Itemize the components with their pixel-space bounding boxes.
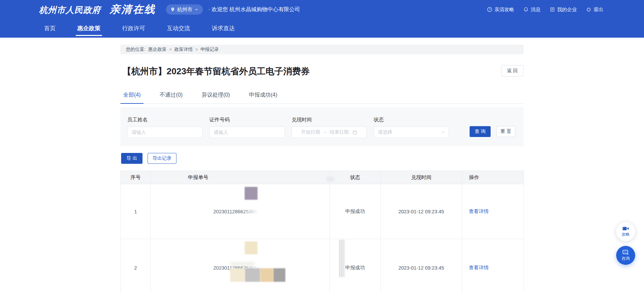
employee-name-label: 员工姓名 <box>127 117 209 123</box>
tab-all[interactable]: 全部(4) <box>123 92 141 103</box>
redeem-time-cell: 2023-01-12 09:23:45 <box>381 239 462 293</box>
breadcrumb-item-declare-records: 申报记录 <box>201 46 219 53</box>
city-selector[interactable]: 杭州市 <box>166 4 203 15</box>
nav-item-home[interactable]: 首页 <box>44 19 56 38</box>
chat-bubble-icon <box>622 250 629 255</box>
city-label: 杭州市 <box>177 6 192 13</box>
breadcrumb-separator: > <box>169 47 172 52</box>
declare-no-value: 20230112866253656 <box>213 265 260 271</box>
redeem-time-field: 兑现时间 开始日期 ~ 结束日期 <box>291 117 374 146</box>
main-nav: 首页 惠企政策 行政许可 互动交流 诉求直达 <box>0 19 644 38</box>
nav-item-appeals[interactable]: 诉求直达 <box>212 19 235 38</box>
status-select-placeholder: 请选择 <box>378 129 392 135</box>
row-index: 1 <box>121 184 151 239</box>
status-field: 状态 请选择 <box>374 117 456 146</box>
guide-link[interactable]: ? 亲清攻略 <box>487 6 514 13</box>
breadcrumb: 您的位置: 惠企政策 > 政策详情 > 申报记录 <box>120 45 524 54</box>
tab-success[interactable]: 申报成功(4) <box>249 92 278 103</box>
page-title: 【杭州市】2023年春节留杭省外员工电子消费券 <box>122 65 310 77</box>
logo-brand-text: 亲清在线 <box>110 2 156 17</box>
breadcrumb-item-policies[interactable]: 惠企政策 <box>148 46 167 53</box>
floating-consult-button[interactable]: 咨询 <box>616 246 635 265</box>
column-header-status: 状态 <box>330 171 381 184</box>
floating-guide-button[interactable]: 攻略 <box>616 222 635 241</box>
power-icon <box>586 7 591 12</box>
view-detail-link[interactable]: 查看详情 <box>469 209 489 214</box>
video-camera-icon <box>622 226 629 231</box>
export-button[interactable]: 导 出 <box>121 153 143 164</box>
status-cell: 申报成功 <box>330 239 381 293</box>
table-header-row: 序号 申报单号 状态 兑现时间 操作 <box>121 171 524 184</box>
table-row: 1 20230112866253656 申报成功 2023-01-12 09:2… <box>121 184 524 239</box>
nav-item-admin-permits[interactable]: 行政许可 <box>122 19 145 38</box>
main-content: 您的位置: 惠企政策 > 政策详情 > 申报记录 【杭州市】2023年春节留杭省… <box>120 45 524 293</box>
nav-item-interaction[interactable]: 互动交流 <box>167 19 190 38</box>
guide-link-label: 亲清攻略 <box>494 6 514 13</box>
welcome-text: · 欢迎您 杭州水晶城购物中心有限公司 <box>208 6 300 13</box>
breadcrumb-separator: > <box>195 47 198 52</box>
status-select[interactable]: 请选择 <box>374 126 449 138</box>
view-detail-link[interactable]: 查看详情 <box>469 265 489 270</box>
nav-item-policies[interactable]: 惠企政策 <box>77 19 100 38</box>
export-records-button[interactable]: 导出记录 <box>148 153 176 164</box>
messages-link-label: 消息 <box>531 6 541 13</box>
id-number-label: 证件号码 <box>209 117 291 123</box>
messages-link[interactable]: 消息 <box>523 6 541 13</box>
my-enterprise-link[interactable]: 我的企业 <box>550 6 577 13</box>
logout-link[interactable]: 退出 <box>586 6 603 13</box>
svg-text:?: ? <box>489 8 490 11</box>
header-row: 杭州市人民政府 亲清在线 杭州市 · 欢迎您 杭州水晶城购物中心有限公司 ? 亲… <box>0 0 644 19</box>
question-circle-icon: ? <box>487 7 492 12</box>
reset-button[interactable]: 重 置 <box>496 126 515 137</box>
bell-icon <box>523 7 529 12</box>
export-toolbar: 导 出 导出记录 <box>120 153 524 164</box>
column-header-declare-no: 申报单号 <box>151 171 330 184</box>
end-date-placeholder: 结束日期 <box>330 129 349 135</box>
column-header-action: 操作 <box>462 171 524 184</box>
action-cell: 查看详情 <box>462 184 524 239</box>
id-number-field: 证件号码 <box>209 117 291 146</box>
search-button[interactable]: 查 询 <box>470 126 491 137</box>
date-range-separator: ~ <box>323 130 326 135</box>
status-tabs: 全部(4) 不通过(0) 异议处理(0) 申报成功(4) <box>120 92 524 104</box>
status-cell: 申报成功 <box>330 184 381 239</box>
floating-consult-label: 咨询 <box>622 256 630 261</box>
action-cell: 查看详情 <box>462 239 524 293</box>
redeem-time-label: 兑现时间 <box>291 117 374 123</box>
breadcrumb-item-policy-detail[interactable]: 政策详情 <box>174 46 193 53</box>
back-button[interactable]: 返 回 <box>501 65 524 77</box>
employee-name-input[interactable] <box>127 126 203 138</box>
tab-objection[interactable]: 异议处理(0) <box>202 92 230 103</box>
top-header: 杭州市人民政府 亲清在线 杭州市 · 欢迎您 杭州水晶城购物中心有限公司 ? 亲… <box>0 0 644 38</box>
my-enterprise-link-label: 我的企业 <box>557 6 577 13</box>
start-date-placeholder: 开始日期 <box>301 129 320 135</box>
records-table-wrap: 序号 申报单号 状态 兑现时间 操作 1 20230112866253656 申… <box>120 171 524 293</box>
calendar-icon <box>352 130 357 135</box>
filter-panel: 员工姓名 证件号码 兑现时间 开始日期 ~ 结束日期 状态 请选择 <box>120 107 524 146</box>
row-index: 2 <box>121 239 151 293</box>
site-logo[interactable]: 杭州市人民政府 亲清在线 <box>39 2 156 17</box>
id-number-input[interactable] <box>209 126 285 138</box>
records-table: 序号 申报单号 状态 兑现时间 操作 1 20230112866253656 申… <box>120 171 524 293</box>
declare-no-value: 20230112866253656 <box>213 209 260 214</box>
employee-name-field: 员工姓名 <box>127 117 209 146</box>
header-links: ? 亲清攻略 消息 我的企业 退出 <box>487 6 603 13</box>
location-pin-icon <box>170 7 175 12</box>
redeem-time-range-picker[interactable]: 开始日期 ~ 结束日期 <box>291 126 367 138</box>
breadcrumb-prefix: 您的位置: <box>126 46 146 53</box>
floating-guide-label: 攻略 <box>622 232 630 237</box>
declare-no-cell: 20230112866253656 <box>151 239 330 293</box>
column-header-index: 序号 <box>121 171 151 184</box>
tab-rejected[interactable]: 不通过(0) <box>160 92 183 103</box>
select-chevron-icon <box>441 130 445 134</box>
table-row: 2 20230112866253656 申报成功 2023-01-12 09:2… <box>121 239 524 293</box>
filter-buttons: 查 询 重 置 <box>470 126 515 146</box>
logo-gov-text: 杭州市人民政府 <box>39 4 101 16</box>
title-row: 【杭州市】2023年春节留杭省外员工电子消费券 返 回 <box>120 65 524 77</box>
enterprise-icon <box>550 7 555 12</box>
declare-no-cell: 20230112866253656 <box>151 184 330 239</box>
redeem-time-cell: 2023-01-12 09:23:45 <box>381 184 462 239</box>
status-label: 状态 <box>374 117 456 123</box>
column-header-redeem-time: 兑现时间 <box>381 171 462 184</box>
logout-link-label: 退出 <box>593 6 603 13</box>
